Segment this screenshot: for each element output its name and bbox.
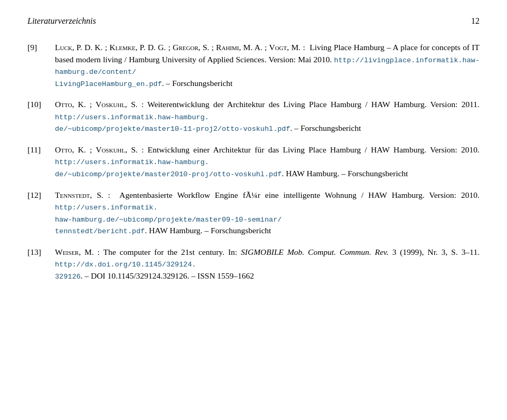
page-header: Literaturverzeichnis 12 [27,15,480,27]
reference-list: [9] Luck, P. D. K. ; Klemke, P. D. G. ; … [27,42,480,282]
ref-number-10: [10] [27,99,55,110]
ref-content-12: Tennstedt, S. : Agentenbasierte Workflow… [55,189,480,237]
ref-content-13: Weiser, M. : The computer for the 21st c… [55,246,480,282]
ref-number-11: [11] [27,144,55,156]
list-item: [11] Otto, K. ; Voskuhl, S. : Entwicklun… [27,144,480,180]
ref-number-13: [13] [27,246,55,258]
ref-number-12: [12] [27,189,55,201]
page-number: 12 [471,15,480,27]
ref-number-9: [9] [27,42,55,53]
list-item: [12] Tennstedt, S. : Agentenbasierte Wor… [27,189,480,237]
page-title: Literaturverzeichnis [27,15,96,27]
ref-content-9: Luck, P. D. K. ; Klemke, P. D. G. ; Greg… [55,42,480,89]
ref-content-10: Otto, K. ; Voskuhl, S. : Weiterentwicklu… [55,99,480,135]
list-item: [10] Otto, K. ; Voskuhl, S. : Weiterentw… [27,99,480,135]
list-item: [13] Weiser, M. : The computer for the 2… [27,246,480,282]
list-item: [9] Luck, P. D. K. ; Klemke, P. D. G. ; … [27,42,480,89]
ref-content-11: Otto, K. ; Voskuhl, S. : Entwicklung ein… [55,144,480,180]
